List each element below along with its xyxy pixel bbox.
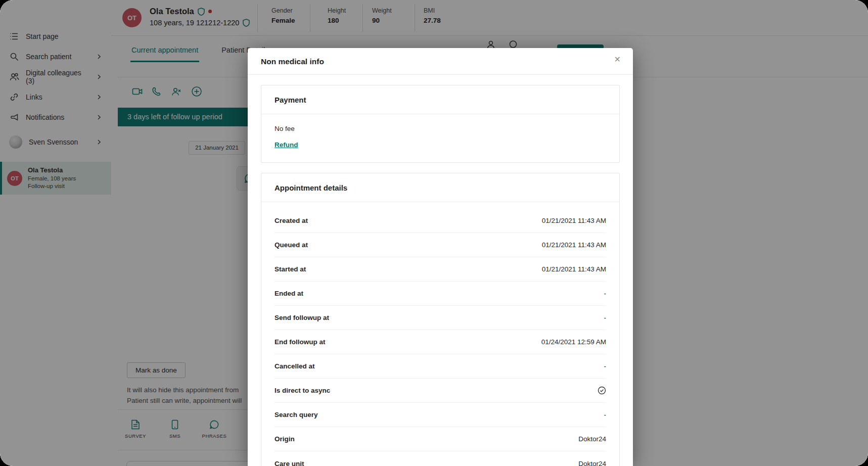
close-icon[interactable]: ✕ <box>614 56 621 64</box>
table-row: Ended at - <box>275 282 606 306</box>
appointment-details-heading: Appointment details <box>261 173 619 202</box>
app-frame: Start page Search patient Digital collea… <box>0 0 868 466</box>
table-row: Search query - <box>275 403 606 427</box>
table-row: Origin Doktor24 <box>275 427 606 451</box>
appointment-details-card: Appointment details Created at 01/21/202… <box>261 173 620 466</box>
payment-status: No fee <box>275 125 606 132</box>
table-row: Cancelled at - <box>275 354 606 379</box>
table-row: Send followup at - <box>275 306 606 330</box>
table-row: Care unit Doktor24 <box>275 451 606 466</box>
modal-title: Non medical info <box>261 48 324 75</box>
table-row: Created at 01/21/2021 11:43 AM <box>275 209 606 233</box>
payment-heading: Payment <box>261 85 619 114</box>
payment-card: Payment No fee Refund <box>261 85 620 163</box>
non-medical-info-modal: Non medical info ✕ Payment No fee Refund… <box>248 48 633 466</box>
table-row: Is direct to async <box>275 379 606 403</box>
table-row: Started at 01/21/2021 11:43 AM <box>275 257 606 282</box>
check-circle-icon <box>598 386 606 395</box>
table-row: End followup at 01/24/2021 12:59 AM <box>275 330 606 354</box>
refund-link[interactable]: Refund <box>275 141 298 149</box>
table-row: Queued at 01/21/2021 11:43 AM <box>275 233 606 257</box>
